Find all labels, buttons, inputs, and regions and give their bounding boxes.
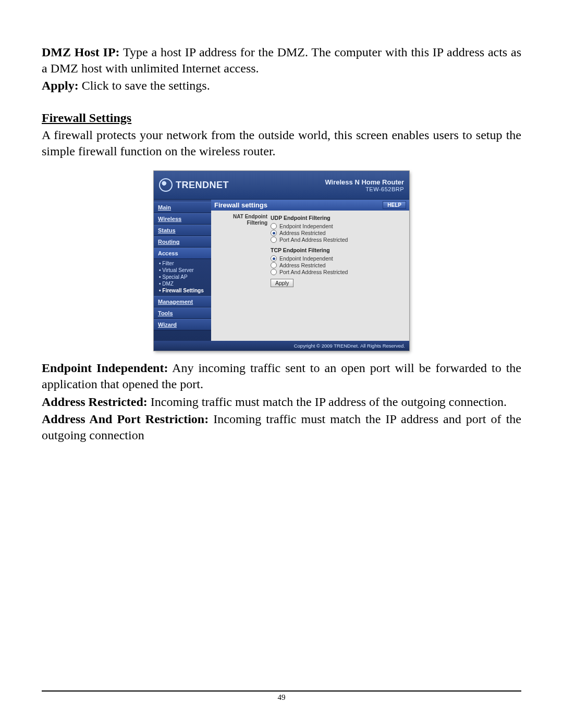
subnav-virtual-server[interactable]: Virtual Server — [159, 267, 211, 274]
para-apply-label: Apply: — [42, 79, 79, 92]
tcp-opt-port[interactable]: Port And Address Restricted — [271, 269, 405, 275]
subnav-special-ap[interactable]: Special AP — [159, 274, 211, 280]
apply-button[interactable]: Apply — [271, 279, 293, 287]
content-header: Firewall settings HELP — [211, 200, 409, 211]
radio-icon[interactable] — [271, 269, 277, 275]
para-dmz: DMZ Host IP: Type a host IP address for … — [42, 44, 521, 77]
tcp-opt-endpoint[interactable]: Endpoint Independent — [271, 255, 405, 262]
brand-logo-icon — [159, 178, 173, 192]
udp-group-title: UDP Endpoint Filtering — [271, 215, 405, 221]
udp-opt-port[interactable]: Port And Address Restricted — [271, 237, 405, 243]
para-address-restricted: Address Restricted: Incoming traffic mus… — [42, 394, 521, 410]
header-title: Wireless N Home Router — [325, 178, 404, 186]
nav-wireless[interactable]: Wireless — [154, 213, 211, 225]
para-firewall-intro: A firewall protects your network from th… — [42, 127, 521, 159]
radio-icon[interactable] — [271, 237, 277, 243]
tcp-group-title: TCP Endpoint Filtering — [271, 247, 405, 253]
subnav-firewall-settings[interactable]: Firewall Settings — [159, 287, 211, 294]
nav-access[interactable]: Access — [154, 248, 211, 259]
para-ar-label: Address Restricted: — [42, 395, 148, 409]
radio-icon[interactable] — [271, 255, 277, 262]
radio-icon[interactable] — [271, 262, 277, 268]
subnav-access: Filter Virtual Server Special AP DMZ Fir… — [154, 259, 211, 296]
tcp-opt-address[interactable]: Address Restricted — [271, 262, 405, 268]
nav-main[interactable]: Main — [154, 202, 211, 213]
radio-icon[interactable] — [271, 230, 277, 236]
section-title-firewall: Firewall Settings — [42, 110, 521, 126]
para-ei-label: Endpoint Independent: — [42, 361, 168, 375]
subnav-filter[interactable]: Filter — [159, 260, 211, 267]
router-screenshot: TRENDNET Wireless N Home Router TEW-652B… — [154, 171, 409, 351]
nav-management[interactable]: Management — [154, 296, 211, 307]
para-endpoint-independent: Endpoint Independent: Any incoming traff… — [42, 360, 521, 392]
nav-wizard[interactable]: Wizard — [154, 319, 211, 330]
nav-routing[interactable]: Routing — [154, 236, 211, 248]
para-address-port-restriction: Address And Port Restriction: Incoming t… — [42, 411, 521, 443]
brand-name: TRENDNET — [176, 180, 229, 191]
router-header: TRENDNET Wireless N Home Router TEW-652B… — [154, 171, 409, 200]
content-pane: Firewall settings HELP NAT Endpoint Filt… — [211, 200, 409, 341]
udp-opt-endpoint[interactable]: Endpoint Independent — [271, 223, 405, 229]
para-dmz-label: DMZ Host IP: — [42, 45, 120, 59]
page-number: 49 — [0, 693, 563, 702]
help-button[interactable]: HELP — [383, 201, 406, 209]
para-apr-label: Address And Port Restriction: — [42, 412, 209, 426]
nav-status[interactable]: Status — [154, 225, 211, 236]
radio-icon[interactable] — [271, 223, 277, 229]
udp-opt-address[interactable]: Address Restricted — [271, 230, 405, 236]
nav-tools[interactable]: Tools — [154, 307, 211, 319]
content-title: Firewall settings — [214, 201, 267, 209]
page-rule — [42, 690, 521, 692]
para-apply-text: Click to save the settings. — [79, 79, 210, 92]
header-model: TEW-652BRP — [325, 186, 404, 192]
header-right: Wireless N Home Router TEW-652BRP — [325, 178, 404, 192]
para-apply: Apply: Click to save the settings. — [42, 78, 521, 94]
para-ar-text: Incoming traffic must match the IP addre… — [148, 395, 507, 409]
router-footer: Copyright © 2009 TRENDnet. All Rights Re… — [154, 341, 409, 351]
brand: TRENDNET — [159, 178, 229, 192]
nat-label: NAT Endpoint Filtering — [215, 214, 271, 287]
subnav-dmz[interactable]: DMZ — [159, 280, 211, 287]
sidebar: Main Wireless Status Routing Access Filt… — [154, 200, 211, 341]
